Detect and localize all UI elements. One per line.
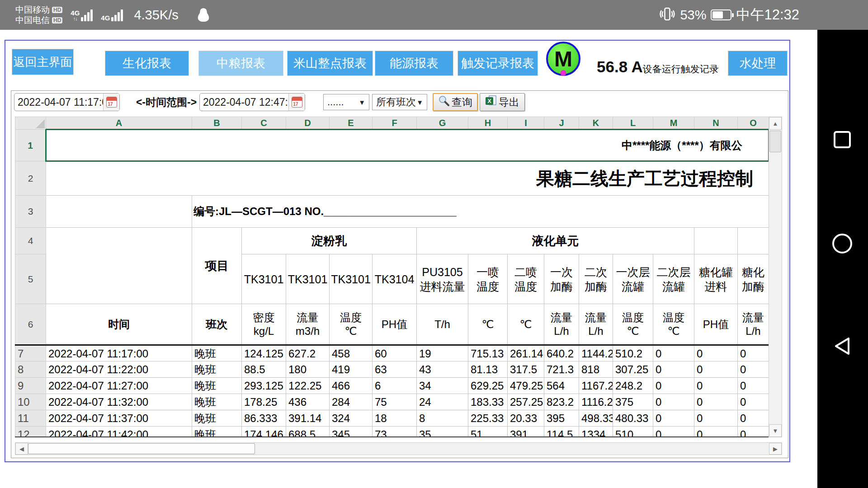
company-title-cell[interactable]: 中****能源（****）有限公 (46, 130, 769, 161)
unit-header[interactable]: ℃ (468, 304, 508, 345)
equip-header[interactable]: PU3105 进料流量 (417, 254, 468, 304)
m-logo[interactable]: M (546, 42, 580, 76)
row-header[interactable]: 5 (15, 254, 46, 304)
cell-value[interactable]: 284 (330, 394, 373, 410)
equip-header[interactable]: TK3101 (330, 254, 373, 304)
cell-value[interactable]: 395 (544, 410, 579, 427)
cell-time[interactable]: 2022-04-07 11:37:00 (46, 410, 192, 427)
cell-value[interactable]: 174.146 (242, 427, 286, 438)
cell-value[interactable]: 391.14 (286, 410, 330, 427)
equip-header[interactable]: 一次 加酶 (544, 254, 579, 304)
cell-value[interactable]: 307.25 (613, 361, 653, 378)
row-header[interactable]: 12 (15, 427, 46, 438)
column-header[interactable]: C (242, 117, 286, 130)
unit-header[interactable]: PH值 (694, 304, 738, 345)
recents-button-icon[interactable] (834, 131, 851, 148)
empty-cell[interactable] (738, 228, 769, 254)
cell-value[interactable]: 510 (613, 427, 653, 438)
cell-value[interactable]: 1334 (579, 427, 613, 438)
equip-header[interactable]: 糖化罐 进料 (694, 254, 738, 304)
export-button[interactable]: X 导出 (480, 93, 525, 111)
cell-value[interactable]: 0 (653, 361, 694, 378)
date-from-input[interactable]: 2022-04-07 11:17:00 17 (14, 93, 120, 111)
cell-value[interactable]: 0 (694, 378, 738, 394)
cell-value[interactable]: 225.33 (468, 410, 508, 427)
cell-time[interactable]: 2022-04-07 11:27:00 (46, 378, 192, 394)
cell-shift[interactable]: 晚班 (192, 345, 242, 361)
unit-header[interactable]: 流量 L/h (579, 304, 613, 345)
cell-time[interactable]: 2022-04-07 11:17:00 (46, 345, 192, 361)
row-header[interactable]: 11 (15, 410, 46, 427)
cell-value[interactable]: 0 (653, 410, 694, 427)
cell-value[interactable]: 436 (286, 394, 330, 410)
column-header[interactable]: I (508, 117, 544, 130)
cell-value[interactable]: 18 (373, 410, 417, 427)
cell-value[interactable]: 248.2 (613, 378, 653, 394)
back-button-icon[interactable] (832, 336, 852, 358)
tab-trigger-record-report[interactable]: 触发记录报表 (458, 51, 538, 76)
cell-value[interactable]: 479.25 (508, 378, 544, 394)
cell-value[interactable]: 818 (579, 361, 613, 378)
row-header[interactable]: 1 (15, 130, 46, 161)
cell-value[interactable]: 88.5 (242, 361, 286, 378)
cell-value[interactable]: 183.33 (468, 394, 508, 410)
cell-value[interactable]: 1116.2 (579, 394, 613, 410)
cell-value[interactable]: 0 (653, 427, 694, 438)
cell-value[interactable]: 63 (373, 361, 417, 378)
equip-header[interactable]: 二喷 温度 (508, 254, 544, 304)
item-label-cell[interactable]: 项目 (192, 228, 242, 304)
equip-header[interactable]: 一次层 流罐 (613, 254, 653, 304)
equip-header[interactable]: 一喷 温度 (468, 254, 508, 304)
cell-value[interactable]: 419 (330, 361, 373, 378)
cell-value[interactable]: 564 (544, 378, 579, 394)
doc-number-cell[interactable]: 编号:JL—SCGT—013 NO.______________________ (192, 196, 769, 228)
cell-value[interactable]: 180 (286, 361, 330, 378)
cell-value[interactable]: 0 (694, 410, 738, 427)
unit-header[interactable]: T/h (417, 304, 468, 345)
cell-value[interactable]: 261.14 (508, 345, 544, 361)
unit-header[interactable]: 流量 L/h (544, 304, 579, 345)
column-header[interactable]: F (373, 117, 417, 130)
column-header[interactable]: L (613, 117, 653, 130)
cell-value[interactable]: 510.2 (613, 345, 653, 361)
back-to-main-button[interactable]: 返回主界面 (12, 49, 74, 75)
cell-value[interactable]: 178.25 (242, 394, 286, 410)
horizontal-scrollbar-thumb[interactable] (28, 443, 255, 454)
query-button[interactable]: 查询 (433, 93, 478, 111)
cell-value[interactable]: 715.13 (468, 345, 508, 361)
date-to-input[interactable]: 2022-04-07 12:47:00 17 (199, 93, 305, 111)
cell-value[interactable]: 688.5 (286, 427, 330, 438)
cell-value[interactable]: 0 (738, 427, 769, 438)
cell-time[interactable]: 2022-04-07 11:42:00 (46, 427, 192, 438)
cell-value[interactable]: 81.13 (468, 361, 508, 378)
cell-value[interactable]: 293.125 (242, 378, 286, 394)
cell-value[interactable]: 324 (330, 410, 373, 427)
cell-value[interactable]: 721.3 (544, 361, 579, 378)
shift-column-header[interactable]: 班次 (192, 304, 242, 345)
tab-energy-report[interactable]: 能源报表 (375, 51, 453, 76)
unit-header[interactable]: 温度 ℃ (330, 304, 373, 345)
column-header[interactable]: E (330, 117, 373, 130)
cell-value[interactable]: 114.5 (544, 427, 579, 438)
cell-value[interactable]: 6 (373, 378, 417, 394)
cell-value[interactable]: 19 (417, 345, 468, 361)
tab-mishan-hourly-report[interactable]: 米山整点报表 (287, 51, 373, 76)
cell-value[interactable]: 823.2 (544, 394, 579, 410)
water-treatment-button[interactable]: 水处理 (728, 51, 788, 76)
shift-dropdown[interactable]: 所有班次 ▼ (372, 94, 427, 110)
cell-value[interactable]: 375 (613, 394, 653, 410)
cell-value[interactable]: 0 (738, 378, 769, 394)
cell-shift[interactable]: 晚班 (192, 361, 242, 378)
equip-header[interactable]: 二次 加酶 (579, 254, 613, 304)
horizontal-scrollbar[interactable]: ◀ ▶ (15, 442, 782, 455)
home-button-icon[interactable] (832, 234, 852, 253)
cell-value[interactable]: 86.333 (242, 410, 286, 427)
cell-value[interactable]: 317.5 (508, 361, 544, 378)
cell-value[interactable]: 0 (738, 345, 769, 361)
unit-header[interactable]: 流量 m3/h (286, 304, 330, 345)
cell-value[interactable]: 0 (653, 378, 694, 394)
row-header[interactable]: 7 (15, 345, 46, 361)
cell-value[interactable]: 498.33 (579, 410, 613, 427)
select-all-corner[interactable] (15, 117, 46, 130)
cell-value[interactable]: 0 (694, 394, 738, 410)
